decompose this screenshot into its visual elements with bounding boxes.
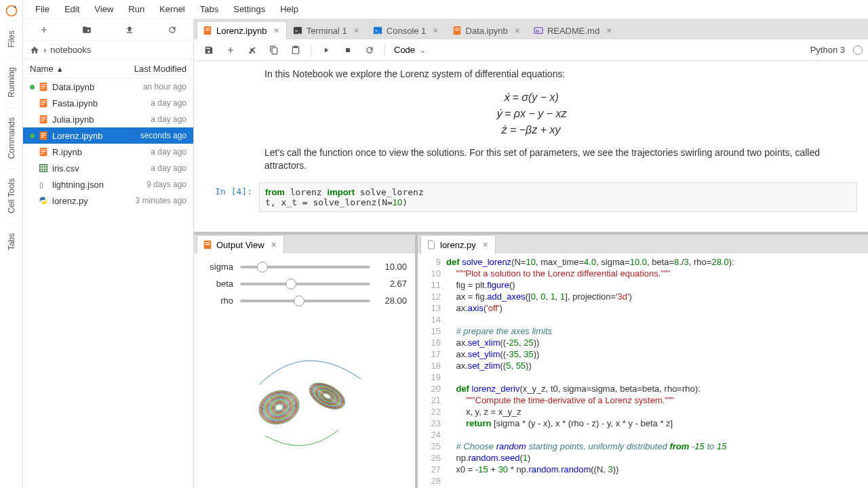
copy-button[interactable]: [264, 42, 283, 58]
file-row[interactable]: Lorenz.ipynbseconds ago: [23, 127, 193, 144]
activity-files[interactable]: Files: [5, 20, 18, 57]
slider-input[interactable]: [240, 283, 370, 285]
tab-lorenz-ipynb[interactable]: Lorenz.ipynb×: [197, 21, 287, 40]
tab-console-1[interactable]: >_Console 1×: [367, 21, 446, 39]
menu-tabs[interactable]: Tabs: [193, 1, 225, 17]
code-editor[interactable]: 910111213141516171819202122232425262728 …: [418, 253, 868, 488]
file-browser-panel: › notebooks Name▴ Last Modified Data.ipy…: [23, 19, 194, 488]
insert-cell-button[interactable]: [221, 42, 240, 58]
menu-settings[interactable]: Settings: [226, 1, 272, 17]
interrupt-button[interactable]: [338, 42, 357, 58]
tab-terminal-1[interactable]: >_Terminal 1×: [287, 21, 367, 39]
restart-button[interactable]: [360, 42, 379, 58]
file-modified: 9 days ago: [146, 180, 186, 189]
kernel-name[interactable]: Python 3: [810, 45, 845, 55]
notebook-content[interactable]: In this Notebook we explore the Lorenz s…: [194, 61, 868, 232]
output-view-content: sigma10.00beta2.67rho28.00: [194, 253, 415, 488]
file-name: R.ipynb: [52, 147, 82, 157]
menu-file[interactable]: File: [28, 1, 56, 17]
running-indicator: [30, 134, 35, 138]
svg-rect-19: [41, 150, 46, 150]
svg-rect-22: [40, 165, 47, 172]
menu-edit[interactable]: Edit: [58, 1, 86, 17]
close-icon[interactable]: ×: [354, 25, 359, 36]
svg-text:>_: >_: [294, 28, 301, 34]
close-icon[interactable]: ×: [433, 25, 438, 36]
close-icon[interactable]: ×: [483, 239, 488, 250]
file-modified: a day ago: [151, 115, 186, 124]
tab-lorenz-py[interactable]: lorenz.py ×: [420, 235, 496, 254]
close-icon[interactable]: ×: [273, 25, 279, 36]
slider-label: beta: [202, 279, 233, 289]
file-row[interactable]: Data.ipynban hour ago: [23, 79, 193, 95]
line-gutter: 910111213141516171819202122232425262728: [418, 256, 446, 487]
svg-text:M↓: M↓: [536, 28, 541, 33]
svg-text:{}: {}: [39, 181, 44, 188]
new-folder-button[interactable]: [79, 22, 95, 38]
close-icon[interactable]: ×: [271, 239, 277, 250]
slider-beta: beta2.67: [202, 279, 407, 289]
file-row[interactable]: iris.csva day ago: [23, 160, 193, 176]
breadcrumb[interactable]: › notebooks: [23, 41, 193, 60]
activity-tabs[interactable]: Tabs: [5, 223, 18, 260]
document-tabbar: Lorenz.ipynb×>_Terminal 1×>_Console 1×Da…: [194, 19, 868, 39]
jupyter-logo-icon: [5, 4, 18, 18]
close-icon[interactable]: ×: [515, 25, 520, 36]
save-button[interactable]: [199, 42, 218, 58]
main-work-area: Lorenz.ipynb×>_Terminal 1×>_Console 1×Da…: [194, 19, 868, 488]
sort-up-icon: ▴: [58, 64, 62, 74]
file-list-header[interactable]: Name▴ Last Modified: [23, 60, 193, 79]
cell-prompt: In [4]:: [205, 182, 259, 212]
activity-cell-tools[interactable]: Cell Tools: [5, 168, 18, 223]
run-button[interactable]: [317, 42, 336, 58]
svg-rect-13: [41, 121, 44, 121]
slider-rho: rho28.00: [202, 296, 407, 306]
markdown-text: Let's call the function once to view the…: [264, 146, 844, 173]
cut-button[interactable]: [243, 42, 262, 58]
refresh-button[interactable]: [164, 22, 180, 38]
svg-rect-11: [41, 117, 46, 118]
file-modified: 3 minutes ago: [136, 196, 186, 205]
breadcrumb-item[interactable]: notebooks: [50, 45, 91, 55]
menu-view[interactable]: View: [87, 1, 120, 17]
running-indicator: [30, 85, 35, 89]
file-row[interactable]: lorenz.py3 minutes ago: [23, 192, 193, 209]
svg-rect-16: [41, 135, 46, 136]
svg-rect-4: [41, 86, 46, 87]
paste-button[interactable]: [286, 42, 305, 58]
menu-kernel[interactable]: Kernel: [153, 1, 192, 17]
svg-rect-30: [205, 30, 210, 30]
notebook-icon: [203, 240, 212, 249]
file-row[interactable]: Fasta.ipynba day ago: [23, 95, 193, 111]
tab-output-view[interactable]: Output View ×: [197, 235, 284, 254]
slider-sigma: sigma10.00: [202, 262, 407, 272]
menu-run[interactable]: Run: [121, 1, 151, 17]
code-content[interactable]: def solve_lorenz(N=10, max_time=4.0, sig…: [446, 256, 868, 487]
file-icon: [427, 240, 436, 249]
activity-running[interactable]: Running: [5, 57, 18, 107]
slider-input[interactable]: [240, 300, 370, 302]
home-icon: [30, 45, 39, 55]
tab-data-ipynb[interactable]: Data.ipynb×: [446, 21, 528, 39]
code-cell[interactable]: In [4]: from lorenz import solve_lorenz …: [205, 182, 857, 212]
cell-input[interactable]: from lorenz import solve_lorenz t, x_t =…: [259, 182, 857, 212]
slider-input[interactable]: [240, 266, 370, 268]
slider-value: 10.00: [377, 262, 407, 272]
tab-readme-md[interactable]: M↓README.md×: [528, 21, 619, 39]
file-row[interactable]: {}lightning.json9 days ago: [23, 176, 193, 192]
svg-rect-5: [41, 88, 44, 89]
svg-rect-21: [41, 153, 44, 154]
kernel-status-icon[interactable]: [853, 45, 863, 55]
menu-help[interactable]: Help: [273, 1, 305, 17]
svg-rect-29: [205, 28, 210, 29]
file-row[interactable]: Julia.ipynba day ago: [23, 111, 193, 127]
file-row[interactable]: R.ipynba day ago: [23, 144, 193, 160]
activity-commands[interactable]: Commands: [5, 107, 18, 168]
cell-type-select[interactable]: Code: [391, 43, 430, 57]
close-icon[interactable]: ×: [606, 25, 612, 36]
activity-bar: FilesRunningCommandsCell ToolsTabs: [0, 0, 23, 488]
slider-label: rho: [202, 296, 233, 306]
new-launcher-button[interactable]: [36, 22, 52, 38]
upload-button[interactable]: [121, 22, 138, 38]
notebook-toolbar: Code Python 3: [194, 39, 868, 61]
